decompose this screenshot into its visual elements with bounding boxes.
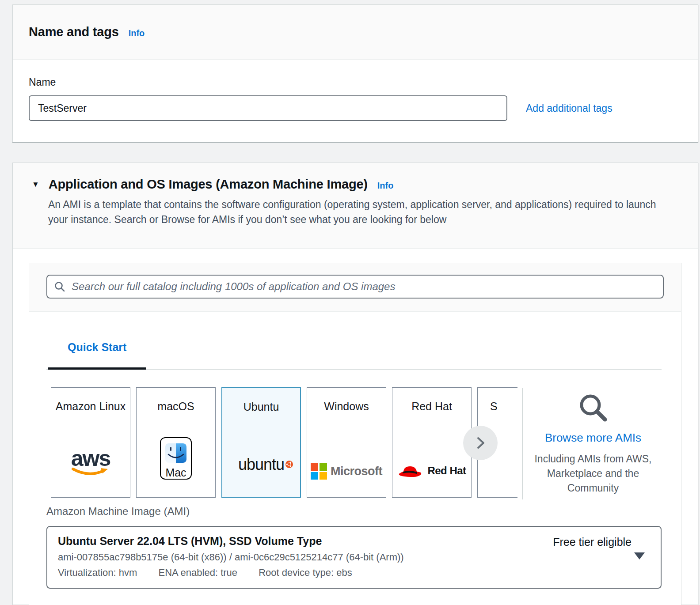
os-card-windows[interactable]: Windows Microsoft bbox=[307, 387, 386, 498]
free-tier-badge: Free tier eligible bbox=[553, 536, 632, 548]
microsoft-squares-icon bbox=[311, 463, 327, 480]
ami-root-device-type: Root device type: ebs bbox=[259, 567, 352, 578]
browse-more-amis-section: Browse more AMIs Including AMIs from AWS… bbox=[523, 390, 663, 495]
mac-icon: Mac bbox=[137, 437, 215, 480]
chevron-right-icon bbox=[472, 435, 488, 451]
os-card-label: Ubuntu bbox=[222, 400, 300, 414]
dropdown-caret-icon bbox=[634, 552, 645, 560]
redhat-logo: Red Hat bbox=[392, 462, 471, 480]
ami-chooser-body: Quick Start Amazon Linux aws macOS bbox=[29, 312, 681, 605]
os-cards-strip: Amazon Linux aws macOS bbox=[51, 387, 517, 499]
ubuntu-circle-of-friends-icon bbox=[285, 454, 293, 472]
microsoft-logo: Microsoft bbox=[307, 463, 386, 480]
ami-detail-line: Virtualization: hvm ENA enabled: true Ro… bbox=[58, 567, 650, 579]
name-and-tags-header: Name and tags Info bbox=[13, 5, 698, 60]
ami-info-link[interactable]: Info bbox=[377, 181, 394, 191]
ami-section-description: An AMI is a template that contains the s… bbox=[48, 197, 667, 227]
ami-virtualization: Virtualization: hvm bbox=[58, 567, 137, 578]
redhat-fedora-icon bbox=[397, 462, 423, 480]
name-input[interactable] bbox=[29, 95, 507, 121]
tab-quick-start[interactable]: Quick Start bbox=[48, 341, 146, 370]
browse-search-icon bbox=[576, 390, 610, 425]
aws-smile-icon bbox=[72, 467, 110, 478]
ami-chooser-container: Quick Start Amazon Linux aws macOS bbox=[29, 263, 681, 605]
ubuntu-logo: ubuntu bbox=[222, 455, 300, 474]
ami-search-input[interactable] bbox=[71, 280, 656, 293]
ami-search-bar bbox=[29, 263, 681, 312]
name-tags-info-link[interactable]: Info bbox=[129, 28, 145, 38]
os-card-label: Red Hat bbox=[392, 399, 471, 413]
ami-select-label: Amazon Machine Image (AMI) bbox=[46, 505, 190, 518]
browse-more-amis-subtext: Including AMIs from AWS, Marketplace and… bbox=[523, 452, 663, 495]
search-icon bbox=[54, 281, 65, 292]
os-card-macos[interactable]: macOS bbox=[136, 387, 216, 498]
browse-more-amis-link[interactable]: Browse more AMIs bbox=[523, 431, 663, 445]
os-card-amazon-linux[interactable]: Amazon Linux aws bbox=[51, 387, 130, 498]
ami-tabs: Quick Start bbox=[46, 341, 662, 370]
add-additional-tags-link[interactable]: Add additional tags bbox=[526, 102, 612, 114]
cards-browse-divider bbox=[522, 388, 523, 499]
os-card-red-hat[interactable]: Red Hat Red Hat bbox=[392, 387, 472, 498]
os-card-label: macOS bbox=[137, 399, 215, 413]
os-card-ubuntu[interactable]: Ubuntu ubuntu bbox=[221, 387, 301, 498]
os-card-label: Windows bbox=[307, 399, 386, 413]
aws-logo: aws bbox=[51, 450, 130, 480]
os-card-label: S bbox=[478, 399, 517, 413]
ami-search-box[interactable] bbox=[46, 275, 664, 299]
ami-select-dropdown[interactable]: Ubuntu Server 22.04 LTS (HVM), SSD Volum… bbox=[46, 526, 662, 589]
ami-id-line: ami-007855ac798b5175e (64-bit (x86)) / a… bbox=[58, 552, 650, 563]
name-and-tags-content: Name Add additional tags bbox=[13, 60, 698, 121]
name-and-tags-panel: Name and tags Info Name Add additional t… bbox=[12, 4, 698, 142]
name-field-label: Name bbox=[29, 76, 682, 88]
ami-section-title: Application and OS Images (Amazon Machin… bbox=[49, 177, 368, 192]
collapse-triangle-icon[interactable]: ▼ bbox=[32, 180, 39, 189]
application-os-images-header: ▼ Application and OS Images (Amazon Mach… bbox=[13, 163, 698, 249]
os-card-label: Amazon Linux bbox=[51, 399, 130, 413]
page-section-title: Name and tags bbox=[29, 25, 119, 39]
scroll-cards-right-button[interactable] bbox=[463, 426, 498, 460]
finder-face-icon bbox=[165, 443, 186, 463]
ami-ena-enabled: ENA enabled: true bbox=[158, 567, 237, 578]
